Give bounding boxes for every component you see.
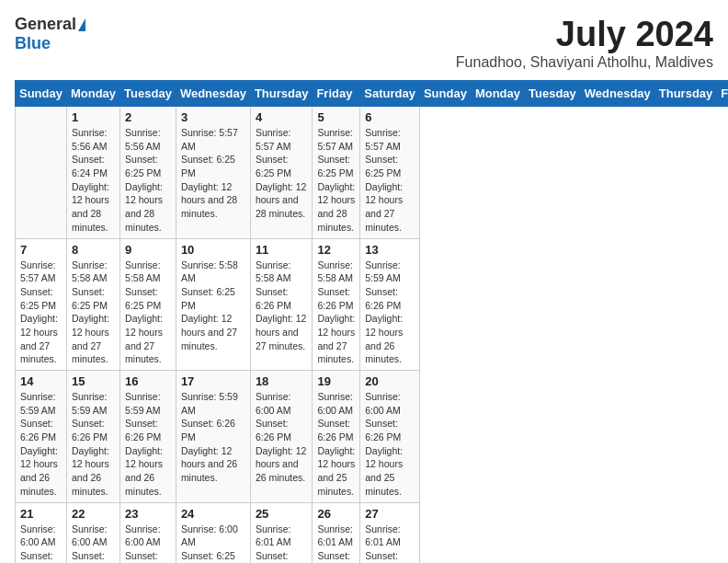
day-detail: Sunrise: 6:01 AMSunset: 6:25 PMDaylight:… [317, 523, 355, 564]
day-number: 18 [256, 374, 308, 388]
calendar-cell: 14Sunrise: 5:59 AMSunset: 6:26 PMDayligh… [16, 371, 67, 503]
calendar-week-3: 21Sunrise: 6:00 AMSunset: 6:26 PMDayligh… [16, 502, 729, 563]
day-number: 12 [317, 243, 355, 257]
day-detail: Sunrise: 6:00 AMSunset: 6:26 PMDaylight:… [20, 523, 62, 564]
day-detail: Sunrise: 6:01 AMSunset: 6:25 PMDaylight:… [256, 523, 308, 564]
calendar-cell: 7Sunrise: 5:57 AMSunset: 6:25 PMDaylight… [16, 238, 67, 371]
day-detail: Sunrise: 6:00 AMSunset: 6:26 PMDaylight:… [72, 523, 115, 564]
day-detail: Sunrise: 5:56 AMSunset: 6:25 PMDaylight:… [125, 126, 171, 235]
day-detail: Sunrise: 5:58 AMSunset: 6:25 PMDaylight:… [181, 259, 245, 353]
day-detail: Sunrise: 5:59 AMSunset: 6:26 PMDaylight:… [125, 390, 171, 499]
day-number: 19 [317, 374, 355, 388]
header-thursday: Thursday [250, 81, 313, 107]
day-number: 8 [72, 243, 115, 257]
day-detail: Sunrise: 5:59 AMSunset: 6:26 PMDaylight:… [20, 390, 62, 499]
calendar-cell: 22Sunrise: 6:00 AMSunset: 6:26 PMDayligh… [66, 502, 119, 563]
calendar-cell: 9Sunrise: 5:58 AMSunset: 6:25 PMDaylight… [120, 238, 176, 371]
calendar-cell: 23Sunrise: 6:00 AMSunset: 6:25 PMDayligh… [120, 502, 176, 563]
day-number: 20 [365, 374, 415, 388]
day-number: 3 [181, 110, 245, 124]
day-detail: Sunrise: 5:57 AMSunset: 6:25 PMDaylight:… [365, 126, 415, 235]
calendar-cell: 16Sunrise: 5:59 AMSunset: 6:26 PMDayligh… [120, 371, 176, 503]
calendar-cell: 18Sunrise: 6:00 AMSunset: 6:26 PMDayligh… [250, 371, 313, 503]
day-number: 26 [317, 507, 355, 521]
calendar-cell: 17Sunrise: 5:59 AMSunset: 6:26 PMDayligh… [176, 371, 250, 503]
col-header-friday: Friday [717, 81, 728, 107]
calendar-cell: 10Sunrise: 5:58 AMSunset: 6:25 PMDayligh… [176, 238, 250, 371]
logo-general-text: General [15, 15, 76, 34]
header-tuesday: Tuesday [120, 81, 176, 107]
day-detail: Sunrise: 5:56 AMSunset: 6:24 PMDaylight:… [72, 126, 115, 235]
col-header-monday: Monday [471, 81, 524, 107]
header-friday: Friday [313, 81, 360, 107]
calendar-cell: 3Sunrise: 5:57 AMSunset: 6:25 PMDaylight… [176, 107, 250, 239]
day-number: 27 [365, 507, 415, 521]
calendar-cell: 21Sunrise: 6:00 AMSunset: 6:26 PMDayligh… [16, 502, 67, 563]
day-detail: Sunrise: 5:59 AMSunset: 6:26 PMDaylight:… [365, 259, 415, 367]
day-detail: Sunrise: 6:00 AMSunset: 6:26 PMDaylight:… [317, 390, 355, 499]
header-wednesday: Wednesday [176, 81, 250, 107]
day-number: 24 [181, 507, 245, 521]
day-detail: Sunrise: 6:00 AMSunset: 6:25 PMDaylight:… [125, 523, 171, 564]
header-monday: Monday [66, 81, 119, 107]
day-detail: Sunrise: 5:59 AMSunset: 6:26 PMDaylight:… [181, 390, 245, 485]
day-detail: Sunrise: 5:58 AMSunset: 6:26 PMDaylight:… [317, 259, 355, 367]
month-title: July 2024 [456, 15, 713, 54]
day-number: 11 [256, 243, 308, 257]
calendar-cell: 26Sunrise: 6:01 AMSunset: 6:25 PMDayligh… [313, 502, 360, 563]
day-number: 5 [317, 110, 355, 124]
day-detail: Sunrise: 6:00 AMSunset: 6:26 PMDaylight:… [256, 390, 308, 485]
day-number: 22 [72, 507, 115, 521]
day-detail: Sunrise: 6:01 AMSunset: 6:25 PMDaylight:… [365, 523, 415, 564]
day-number: 21 [20, 507, 62, 521]
day-detail: Sunrise: 5:57 AMSunset: 6:25 PMDaylight:… [20, 259, 62, 367]
day-detail: Sunrise: 5:58 AMSunset: 6:25 PMDaylight:… [72, 259, 115, 367]
calendar-cell: 13Sunrise: 5:59 AMSunset: 6:26 PMDayligh… [360, 238, 420, 371]
calendar-cell: 12Sunrise: 5:58 AMSunset: 6:26 PMDayligh… [313, 238, 360, 371]
day-detail: Sunrise: 5:57 AMSunset: 6:25 PMDaylight:… [317, 126, 355, 235]
day-number: 9 [125, 243, 171, 257]
day-number: 14 [20, 374, 62, 388]
calendar-week-2: 14Sunrise: 5:59 AMSunset: 6:26 PMDayligh… [16, 371, 729, 503]
day-number: 6 [365, 110, 415, 124]
logo: General Blue [15, 15, 85, 53]
calendar-cell: 2Sunrise: 5:56 AMSunset: 6:25 PMDaylight… [120, 107, 176, 239]
calendar-cell: 4Sunrise: 5:57 AMSunset: 6:25 PMDaylight… [250, 107, 313, 239]
day-number: 7 [20, 243, 62, 257]
calendar-week-1: 7Sunrise: 5:57 AMSunset: 6:25 PMDaylight… [16, 238, 729, 371]
day-detail: Sunrise: 6:00 AMSunset: 6:26 PMDaylight:… [365, 390, 415, 499]
calendar-cell [16, 107, 67, 239]
header-saturday: Saturday [360, 81, 420, 107]
calendar-cell: 6Sunrise: 5:57 AMSunset: 6:25 PMDaylight… [360, 107, 420, 239]
calendar-cell: 1Sunrise: 5:56 AMSunset: 6:24 PMDaylight… [66, 107, 119, 239]
calendar-cell: 24Sunrise: 6:00 AMSunset: 6:25 PMDayligh… [176, 502, 250, 563]
day-detail: Sunrise: 5:58 AMSunset: 6:25 PMDaylight:… [125, 259, 171, 367]
calendar-cell: 19Sunrise: 6:00 AMSunset: 6:26 PMDayligh… [313, 371, 360, 503]
logo-blue-text: Blue [15, 34, 51, 53]
day-number: 23 [125, 507, 171, 521]
day-number: 13 [365, 243, 415, 257]
calendar-cell: 27Sunrise: 6:01 AMSunset: 6:25 PMDayligh… [360, 502, 420, 563]
calendar-cell: 5Sunrise: 5:57 AMSunset: 6:25 PMDaylight… [313, 107, 360, 239]
calendar-week-0: 1Sunrise: 5:56 AMSunset: 6:24 PMDaylight… [16, 107, 729, 239]
calendar-header-row: SundayMondayTuesdayWednesdayThursdayFrid… [16, 81, 729, 107]
location-title: Funadhoo, Shaviyani Atholhu, Maldives [456, 54, 713, 71]
day-number: 4 [256, 110, 308, 124]
day-detail: Sunrise: 6:00 AMSunset: 6:25 PMDaylight:… [181, 523, 245, 564]
logo-icon [78, 18, 85, 31]
col-header-thursday: Thursday [654, 81, 717, 107]
col-header-sunday: Sunday [419, 81, 471, 107]
header-sunday: Sunday [16, 81, 67, 107]
day-number: 25 [256, 507, 308, 521]
day-number: 10 [181, 243, 245, 257]
header: General Blue July 2024 Funadhoo, Shaviya… [15, 15, 713, 71]
calendar-cell: 11Sunrise: 5:58 AMSunset: 6:26 PMDayligh… [250, 238, 313, 371]
calendar-cell: 20Sunrise: 6:00 AMSunset: 6:26 PMDayligh… [360, 371, 420, 503]
day-detail: Sunrise: 5:58 AMSunset: 6:26 PMDaylight:… [256, 259, 308, 353]
calendar-cell: 25Sunrise: 6:01 AMSunset: 6:25 PMDayligh… [250, 502, 313, 563]
day-detail: Sunrise: 5:57 AMSunset: 6:25 PMDaylight:… [181, 126, 245, 221]
calendar-cell: 15Sunrise: 5:59 AMSunset: 6:26 PMDayligh… [66, 371, 119, 503]
day-detail: Sunrise: 5:57 AMSunset: 6:25 PMDaylight:… [256, 126, 308, 221]
col-header-tuesday: Tuesday [525, 81, 581, 107]
day-number: 17 [181, 374, 245, 388]
